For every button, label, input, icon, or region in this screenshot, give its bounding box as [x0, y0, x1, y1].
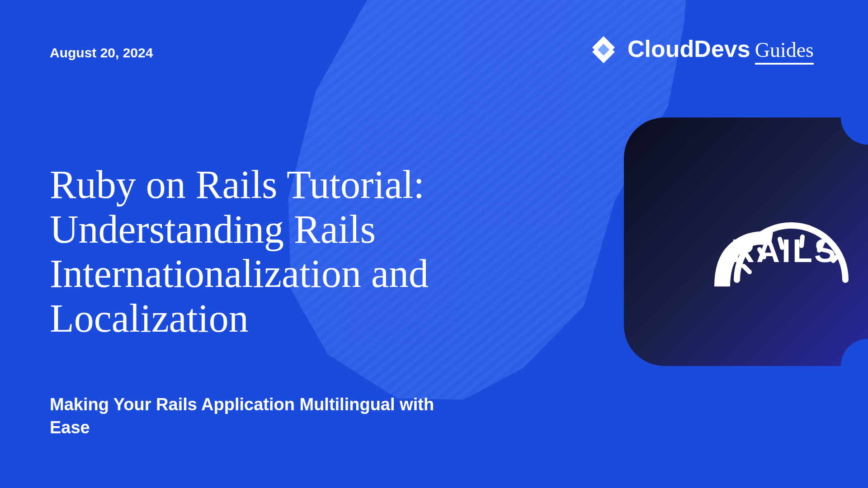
- rails-logo-card: RAILS: [624, 117, 868, 366]
- brand-container: CloudDevs Guides: [588, 34, 814, 66]
- publication-date: August 20, 2024: [50, 45, 153, 61]
- svg-line-1: [760, 249, 764, 257]
- brand-main-label: CloudDevs: [627, 35, 750, 62]
- rails-logo: RAILS: [654, 214, 838, 269]
- svg-line-0: [744, 266, 750, 272]
- svg-line-2: [780, 239, 782, 248]
- svg-line-4: [819, 242, 823, 250]
- rails-arc-icon: [701, 214, 791, 259]
- page-subtitle: Making Your Rails Application Multilingu…: [50, 393, 457, 440]
- brand-text: CloudDevs Guides: [627, 35, 814, 65]
- clouddevs-logo-icon: [588, 34, 619, 66]
- svg-line-3: [802, 237, 802, 246]
- svg-line-5: [833, 255, 839, 261]
- page-title: Ruby on Rails Tutorial: Understanding Ra…: [50, 163, 502, 341]
- brand-sub-label: Guides: [755, 38, 814, 65]
